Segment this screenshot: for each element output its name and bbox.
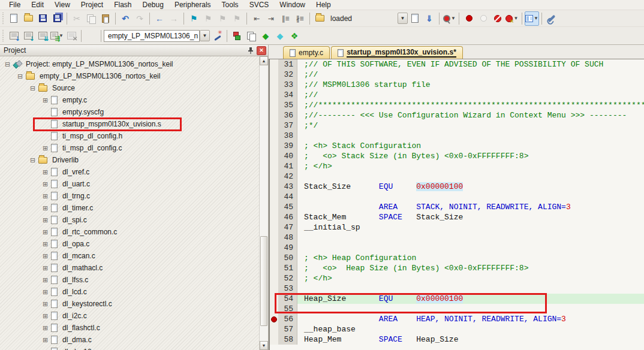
expand-icon[interactable]: ⊞ — [42, 241, 49, 248]
expand-icon[interactable]: ⊞ — [42, 97, 49, 104]
code-text[interactable]: ;// — [297, 90, 644, 100]
incremental-find-button[interactable]: ⇓ — [422, 11, 437, 26]
build-button[interactable]: ⇣ — [21, 29, 35, 43]
dropdown-arrow-icon[interactable]: ▼ — [534, 16, 538, 21]
code-text[interactable]: ;//*************************************… — [297, 100, 644, 110]
current-project-window-button[interactable]: ▼ — [525, 11, 539, 26]
menu-help[interactable]: Help — [311, 0, 336, 10]
comment-button[interactable]: ∥≡ — [278, 11, 293, 26]
navigate-back-button[interactable]: ← — [152, 11, 167, 26]
toggle-bookmark-button[interactable]: ⚑ — [186, 11, 201, 26]
tree-item[interactable]: ⊞empty.c — [0, 94, 259, 106]
breakpoint-margin[interactable] — [270, 131, 278, 141]
find-combo[interactable]: loaded — [327, 13, 398, 25]
code-text[interactable] — [297, 192, 644, 202]
find-in-files-dialog-button[interactable] — [408, 11, 422, 26]
find-button[interactable]: ▼ — [442, 11, 456, 26]
code-text[interactable]: ; <o> Heap Size (in Bytes) <0x0-0xFFFFFF… — [297, 263, 644, 273]
menu-file[interactable]: File — [4, 0, 26, 10]
code-text[interactable]: ; </h> — [297, 273, 644, 283]
kill-all-breakpoints-button[interactable]: ▼ — [505, 11, 519, 26]
menu-flash[interactable]: Flash — [109, 0, 137, 10]
breakpoint-margin[interactable] — [270, 222, 278, 233]
expand-icon[interactable]: ⊞ — [42, 337, 49, 343]
breakpoint-icon[interactable] — [271, 316, 277, 322]
select-software-packs-button[interactable]: ◆ — [258, 29, 273, 43]
pack-installer-button[interactable]: ◆ — [273, 29, 287, 43]
breakpoint-margin[interactable] — [270, 263, 278, 273]
unindent-button[interactable]: ⇤ — [249, 11, 264, 26]
collapse-icon[interactable]: ⊟ — [29, 157, 36, 164]
menu-debug[interactable]: Debug — [137, 0, 169, 10]
code-editor[interactable]: 31;// OF THIS SOFTWARE, EVEN IF ADVISED … — [269, 59, 644, 350]
indent-button[interactable]: ⇥ — [264, 11, 278, 26]
tree-item[interactable]: ⊞dl_rtc_common.c — [0, 226, 259, 238]
expand-icon[interactable]: ⊞ — [42, 181, 49, 188]
menu-window[interactable]: Window — [274, 0, 311, 10]
breakpoint-margin[interactable] — [270, 59, 278, 70]
undo-button[interactable]: ↶ — [118, 11, 133, 26]
breakpoint-margin[interactable] — [270, 324, 278, 334]
tab-inactive[interactable]: empty.c — [283, 46, 330, 59]
tree-item[interactable]: empty.syscfg — [0, 106, 259, 118]
code-text[interactable]: ; <h> Heap Configuration — [297, 253, 644, 263]
tree-item[interactable]: ⊞dl_mathacl.c — [0, 262, 259, 274]
menu-project[interactable]: Project — [76, 0, 109, 10]
rebuild-button[interactable]: ⇊ — [35, 29, 50, 43]
code-text[interactable]: ; <h> Stack Configuration — [297, 141, 644, 151]
download-button[interactable] — [84, 29, 98, 43]
code-text[interactable]: ;//-------- <<< Use Configuration Wizard… — [297, 110, 644, 120]
new-file-button[interactable] — [7, 11, 21, 26]
tree-item[interactable]: ⊟Driverlib — [0, 154, 259, 166]
menu-tools[interactable]: Tools — [216, 0, 244, 10]
target-options-button[interactable] — [210, 29, 224, 43]
code-text[interactable]: ; </h> — [297, 161, 644, 171]
tree-item[interactable]: ⊞dl_i2c.c — [0, 310, 259, 322]
expand-icon[interactable]: ⊞ — [42, 145, 49, 152]
tree-item[interactable]: ⊞dl_dma.c — [0, 334, 259, 346]
collapse-icon[interactable]: ⊟ — [4, 61, 11, 68]
tree-item[interactable]: ⊞ti_msp_dl_config.c — [0, 142, 259, 154]
code-text[interactable] — [297, 304, 644, 314]
code-text[interactable]: ;// — [297, 70, 644, 80]
code-text[interactable]: Heap_Size EQU 0x00000100 — [297, 294, 644, 304]
breakpoint-margin[interactable] — [270, 243, 278, 253]
breakpoint-margin[interactable] — [270, 90, 278, 100]
tree-item[interactable]: ⊞dl_lcd.c — [0, 286, 259, 298]
breakpoint-margin[interactable] — [270, 70, 278, 80]
expand-icon[interactable]: ⊞ — [42, 289, 49, 295]
find-combo-dropdown-icon[interactable]: ▼ — [398, 13, 408, 24]
breakpoint-margin[interactable] — [270, 171, 278, 182]
breakpoint-margin[interactable] — [270, 161, 278, 171]
tree-item[interactable]: ⊟empty_LP_MSPM0L1306_nortos_keil — [0, 70, 259, 82]
breakpoint-margin[interactable] — [270, 253, 278, 263]
project-scrollbar[interactable]: ▲ ▼ — [259, 56, 268, 350]
code-text[interactable] — [297, 283, 644, 294]
tree-item[interactable]: ti_msp_dl_config.h — [0, 130, 259, 142]
code-text[interactable] — [297, 131, 644, 141]
menu-view[interactable]: View — [49, 0, 76, 10]
code-text[interactable]: Stack_Size EQU 0x00000100 — [297, 182, 644, 192]
target-select[interactable]: empty_LP_MSPM0L1306_n — [104, 30, 200, 42]
disable-all-breakpoints-button[interactable] — [490, 11, 505, 26]
configure-button[interactable] — [544, 11, 559, 26]
scroll-up-icon[interactable]: ▲ — [260, 56, 268, 65]
tree-item[interactable]: ⊞dl_lfss.c — [0, 274, 259, 286]
scroll-down-icon[interactable]: ▼ — [260, 341, 268, 350]
breakpoint-margin[interactable] — [270, 151, 278, 161]
uncomment-button[interactable]: ∦≡ — [293, 11, 307, 26]
scroll-thumb[interactable] — [260, 236, 267, 326]
tree-item[interactable]: ⊞dl_mcan.c — [0, 250, 259, 262]
tree-item[interactable]: ⊞dl_dac12.c — [0, 346, 259, 350]
expand-icon[interactable]: ⊞ — [42, 253, 49, 260]
expand-icon[interactable]: ⊞ — [42, 229, 49, 236]
breakpoint-margin[interactable] — [270, 304, 278, 314]
tree-item[interactable]: ⊞dl_flashctl.c — [0, 322, 259, 334]
save-button[interactable] — [35, 11, 50, 26]
expand-icon[interactable]: ⊞ — [42, 277, 49, 283]
code-text[interactable]: ;*/ — [297, 120, 644, 131]
expand-icon[interactable]: ⊞ — [42, 217, 49, 224]
code-text[interactable]: AREA HEAP, NOINIT, READWRITE, ALIGN=3 — [297, 314, 644, 324]
breakpoint-margin[interactable] — [270, 283, 278, 294]
expand-icon[interactable]: ⊞ — [42, 301, 49, 307]
